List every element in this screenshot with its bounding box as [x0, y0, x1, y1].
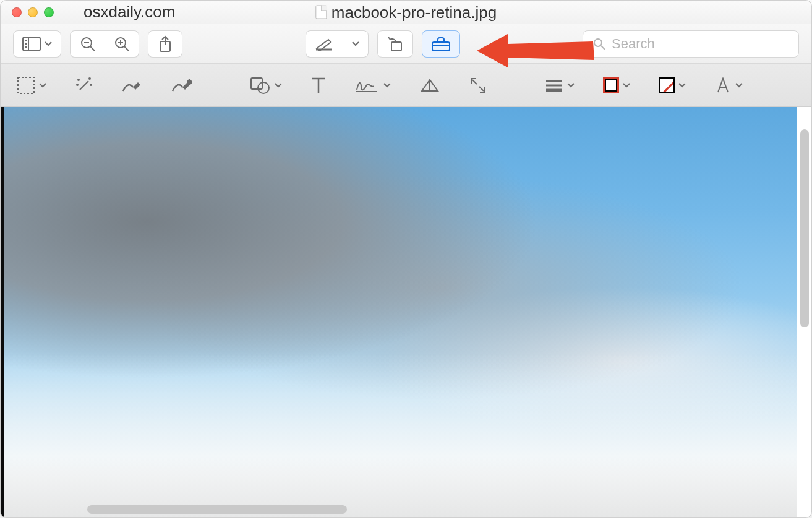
search-icon [593, 38, 605, 50]
chevron-down-icon [735, 83, 743, 88]
svg-point-18 [594, 39, 602, 46]
content-area [1, 107, 811, 517]
text-style-tool[interactable] [714, 72, 743, 99]
prism-icon [419, 77, 440, 93]
markup-toolbar [1, 64, 811, 107]
border-color-swatch [603, 77, 619, 93]
preview-window: osxdaily.com macbook-pro-retina.jpg [0, 0, 812, 518]
search-placeholder: Search [612, 36, 655, 52]
svg-rect-16 [432, 42, 450, 51]
zoom-in-button[interactable] [105, 30, 139, 58]
svg-line-35 [479, 87, 484, 91]
shapes-tool[interactable] [250, 72, 282, 99]
rotate-button[interactable] [377, 30, 413, 58]
zoom-out-button[interactable] [70, 30, 105, 58]
selection-rect-icon [17, 76, 35, 95]
window-title: macbook-pro-retina.jpg [315, 2, 497, 22]
adjust-color-tool[interactable] [419, 72, 440, 99]
fill-color-swatch [659, 77, 675, 93]
adjust-size-tool[interactable] [469, 72, 487, 99]
svg-line-19 [601, 46, 605, 50]
resize-icon [469, 76, 487, 95]
svg-rect-15 [391, 42, 401, 51]
shapes-icon [250, 77, 271, 94]
svg-point-24 [77, 84, 78, 85]
close-window-button[interactable] [12, 7, 22, 17]
file-type-icon [315, 6, 327, 19]
svg-rect-20 [18, 77, 34, 93]
svg-point-22 [78, 79, 79, 80]
chevron-down-icon [678, 83, 686, 88]
border-color-tool[interactable] [603, 72, 630, 99]
sign-tool[interactable] [355, 72, 391, 99]
markup-toolbar-button[interactable] [422, 30, 460, 58]
instant-alpha-tool[interactable] [75, 72, 93, 99]
image-canvas[interactable] [1, 107, 797, 517]
svg-line-34 [472, 80, 477, 84]
line-style-tool[interactable] [545, 72, 575, 99]
text-icon [310, 76, 327, 95]
highlight-group [306, 30, 369, 58]
toolbar-divider [516, 72, 516, 98]
horizontal-scrollbar[interactable] [87, 505, 347, 514]
fullscreen-window-button[interactable] [44, 7, 54, 17]
window-controls [1, 7, 54, 17]
svg-point-25 [90, 84, 92, 85]
fill-color-tool[interactable] [659, 72, 686, 99]
svg-line-21 [80, 81, 88, 90]
highlight-menu-button[interactable] [343, 30, 369, 58]
sketch-tool[interactable] [171, 72, 192, 99]
svg-line-9 [124, 46, 129, 51]
svg-point-23 [89, 78, 90, 79]
zoom-group [70, 30, 139, 58]
titlebar: osxdaily.com macbook-pro-retina.jpg [1, 1, 811, 24]
text-tool[interactable] [310, 72, 327, 99]
site-label: osxdaily.com [83, 2, 175, 22]
toolbar-divider [221, 72, 221, 98]
pencil-draw-icon [122, 77, 143, 93]
svg-line-6 [90, 46, 95, 51]
chevron-down-icon [567, 83, 575, 88]
main-toolbar: Search [1, 24, 811, 64]
sidebar-button[interactable] [13, 30, 61, 58]
brush-draw-icon [171, 77, 192, 93]
font-style-icon [714, 76, 732, 95]
magic-wand-icon [75, 76, 93, 95]
share-button[interactable] [148, 30, 182, 58]
chevron-down-icon [275, 83, 282, 88]
draw-tool[interactable] [122, 72, 143, 99]
svg-point-28 [258, 82, 269, 93]
minimize-window-button[interactable] [28, 7, 38, 17]
filename-label: macbook-pro-retina.jpg [331, 2, 497, 22]
vertical-scrollbar[interactable] [800, 129, 809, 327]
line-weight-icon [545, 79, 563, 92]
chevron-down-icon [45, 41, 52, 46]
search-field[interactable]: Search [583, 30, 799, 58]
chevron-down-icon [623, 83, 630, 88]
selection-tool[interactable] [17, 72, 46, 99]
chevron-down-icon [39, 83, 46, 88]
signature-icon [355, 77, 380, 93]
chevron-down-icon [383, 83, 391, 88]
highlight-button[interactable] [306, 30, 343, 58]
